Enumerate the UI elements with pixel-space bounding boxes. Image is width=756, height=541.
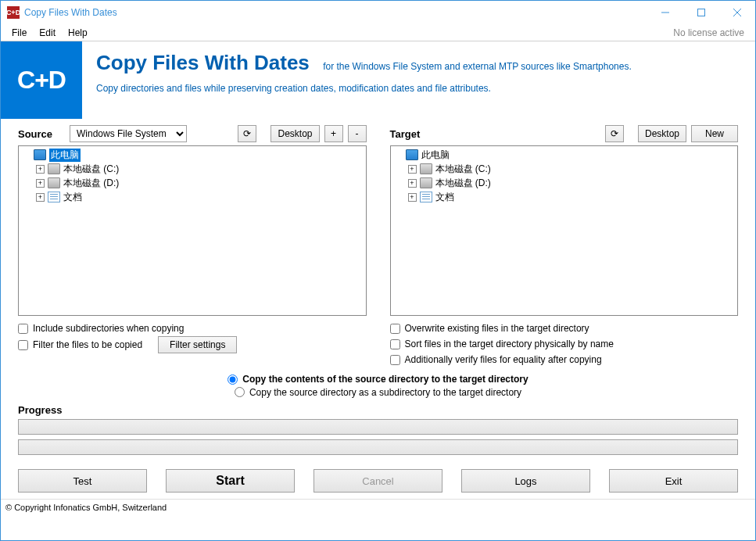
svg-rect-1 <box>698 9 705 16</box>
tree-item-docs[interactable]: +文档 <box>20 190 364 204</box>
tree-item-drive-d[interactable]: +本地磁盘 (D:) <box>392 176 736 190</box>
tree-label: 文档 <box>63 191 82 204</box>
tree-label: 本地磁盘 (C:) <box>63 163 119 176</box>
source-label: Source <box>18 128 65 140</box>
checkbox-label: Include subdirectories when copying <box>33 323 184 334</box>
tree-root-label: 此电脑 <box>421 149 450 162</box>
source-desktop-button[interactable]: Desktop <box>271 125 319 142</box>
tree-root-label: 此电脑 <box>49 149 81 162</box>
target-panel: Target ⟳ Desktop New 此电脑 +本地磁盘 (C:) +本地磁… <box>390 125 739 367</box>
include-subdirs-checkbox[interactable]: Include subdirectories when copying <box>18 321 367 336</box>
expand-icon[interactable]: + <box>408 165 417 174</box>
source-plus-button[interactable]: + <box>324 125 343 142</box>
expand-icon[interactable]: + <box>408 179 417 188</box>
expand-icon[interactable]: + <box>408 193 417 202</box>
action-buttons: Test Start Cancel Logs Exit <box>1 460 755 497</box>
tree-item-drive-d[interactable]: +本地磁盘 (D:) <box>20 176 364 190</box>
header: C+D Copy Files With Dates for the Window… <box>1 41 755 119</box>
window-title: Copy Files With Dates <box>24 7 647 18</box>
copy-mode-radios: Copy the contents of the source director… <box>1 374 755 399</box>
copyright: © Copyright Infonatics GmbH, Switzerland <box>1 499 755 514</box>
radio-copy-subdir[interactable]: Copy the source directory as a subdirect… <box>235 387 521 398</box>
app-subtitle: for the Windows File System and external… <box>323 61 632 72</box>
progress-label: Progress <box>18 404 738 416</box>
radio-copy-contents[interactable]: Copy the contents of the source director… <box>228 374 528 385</box>
source-minus-button[interactable]: - <box>348 125 367 142</box>
logo: C+D <box>1 41 82 119</box>
app-icon: C+D <box>7 6 20 19</box>
target-tree[interactable]: 此电脑 +本地磁盘 (C:) +本地磁盘 (D:) +文档 <box>390 145 739 316</box>
tree-root[interactable]: 此电脑 <box>20 148 364 162</box>
tree-item-drive-c[interactable]: +本地磁盘 (C:) <box>392 162 736 176</box>
drive-icon <box>48 163 60 174</box>
menu-edit[interactable]: Edit <box>33 26 62 40</box>
filter-settings-button[interactable]: Filter settings <box>158 336 237 353</box>
title-bar: C+D Copy Files With Dates <box>1 1 755 24</box>
minimize-button[interactable] <box>647 1 683 24</box>
progress-bar-2 <box>18 439 738 455</box>
computer-icon <box>406 149 418 160</box>
checkbox-label: Sort files in the target directory physi… <box>405 339 614 349</box>
source-refresh-button[interactable]: ⟳ <box>238 125 256 142</box>
progress-bar-1 <box>18 419 738 435</box>
checkbox-label: Additionally verify files for equality a… <box>405 354 602 365</box>
filesystem-select[interactable]: Windows File System <box>70 125 187 142</box>
filter-files-checkbox[interactable]: Filter the files to be copied <box>18 337 142 353</box>
radio-label: Copy the source directory as a subdirect… <box>249 387 521 398</box>
header-text: Copy Files With Dates for the Windows Fi… <box>82 41 755 94</box>
target-refresh-button[interactable]: ⟳ <box>605 125 624 142</box>
expand-icon[interactable]: + <box>36 165 45 174</box>
sort-checkbox[interactable]: Sort files in the target directory physi… <box>390 336 739 352</box>
exit-button[interactable]: Exit <box>609 469 738 493</box>
verify-checkbox[interactable]: Additionally verify files for equality a… <box>390 352 739 367</box>
start-button[interactable]: Start <box>166 469 295 493</box>
checkbox-label: Overwrite existing files in the target d… <box>405 323 589 334</box>
maximize-button[interactable] <box>683 1 719 24</box>
target-desktop-button[interactable]: Desktop <box>638 125 686 142</box>
source-tree[interactable]: 此电脑 +本地磁盘 (C:) +本地磁盘 (D:) +文档 <box>18 145 367 316</box>
app-title: Copy Files With Dates <box>96 51 310 75</box>
checkbox-label: Filter the files to be copied <box>33 339 142 350</box>
menu-help[interactable]: Help <box>62 26 94 40</box>
overwrite-checkbox[interactable]: Overwrite existing files in the target d… <box>390 321 739 336</box>
tree-label: 文档 <box>435 191 454 204</box>
radio-label: Copy the contents of the source director… <box>242 374 528 385</box>
drive-icon <box>420 163 432 174</box>
tree-root[interactable]: 此电脑 <box>392 148 736 162</box>
drive-icon <box>420 177 432 188</box>
target-new-button[interactable]: New <box>691 125 738 142</box>
menu-bar: File Edit Help No license active <box>1 24 755 41</box>
test-button[interactable]: Test <box>18 469 147 493</box>
license-status: No license active <box>673 27 751 38</box>
app-description: Copy directories and files while preserv… <box>96 83 755 94</box>
cancel-button: Cancel <box>314 469 442 493</box>
tree-label: 本地磁盘 (D:) <box>63 177 119 190</box>
tree-label: 本地磁盘 (D:) <box>435 177 491 190</box>
drive-icon <box>48 177 60 188</box>
tree-label: 本地磁盘 (C:) <box>435 163 491 176</box>
close-button[interactable] <box>719 1 755 24</box>
source-panel: Source Windows File System ⟳ Desktop + -… <box>18 125 367 367</box>
logs-button[interactable]: Logs <box>461 469 590 493</box>
document-icon <box>420 192 432 202</box>
progress-section: Progress <box>1 399 755 455</box>
target-label: Target <box>390 128 437 140</box>
expand-icon[interactable]: + <box>36 179 45 188</box>
document-icon <box>48 192 60 202</box>
computer-icon <box>34 149 46 160</box>
tree-item-drive-c[interactable]: +本地磁盘 (C:) <box>20 162 364 176</box>
menu-file[interactable]: File <box>5 26 33 40</box>
expand-icon[interactable]: + <box>36 193 45 202</box>
tree-item-docs[interactable]: +文档 <box>392 190 736 204</box>
